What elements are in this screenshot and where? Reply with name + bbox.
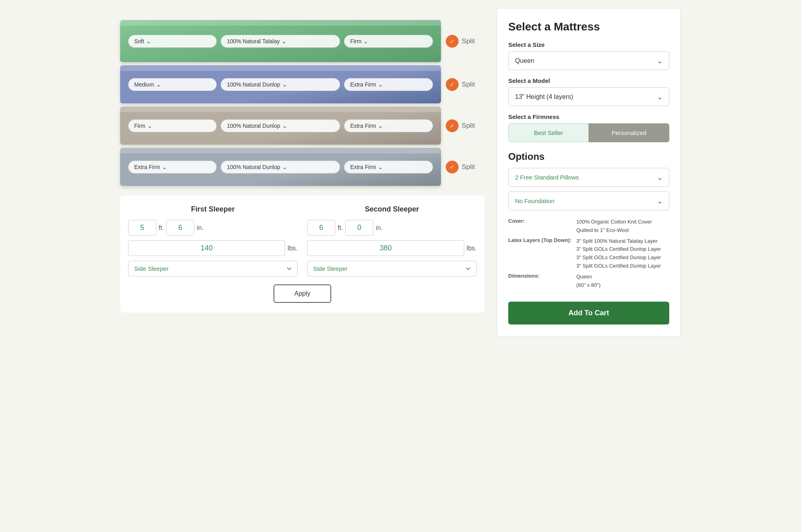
apply-button[interactable]: Apply xyxy=(274,284,331,303)
layer-2-firmness2-label: Extra Firm xyxy=(350,81,376,88)
size-select[interactable]: Queen Twin Twin XL Full King Cal King xyxy=(508,51,669,70)
sleeper-section: First Sleeper ft. in. lbs. Side Sleeper … xyxy=(120,195,485,312)
layer-3-firmness1-dropdown[interactable]: Firm ⌄ xyxy=(128,119,217,132)
layer-1-material-label: 100% Natural Talalay xyxy=(227,38,280,44)
foundation-select[interactable]: No Foundation Foundation Included Adjust… xyxy=(508,191,669,210)
layer-3-firmness1-chevron: ⌄ xyxy=(147,123,152,129)
layer-4-firmness2-label: Extra Firm xyxy=(350,164,376,170)
layer-1-check-icon: ✓ xyxy=(446,35,459,48)
dimensions-key: Dimensions: xyxy=(508,272,576,291)
layer-2-firmness1-dropdown[interactable]: Medium ⌄ xyxy=(128,78,217,91)
first-sleeper-position-select[interactable]: Side Sleeper Back Sleeper Stomach Sleepe… xyxy=(128,261,298,276)
options-title: Options xyxy=(508,151,669,162)
layer-4-firmness1-dropdown[interactable]: Extra Firm ⌄ xyxy=(128,161,217,173)
cover-key: Cover: xyxy=(508,217,576,236)
second-sleeper-height-ft[interactable] xyxy=(307,220,335,236)
layer-4-material-label: 100% Natural Dunlop xyxy=(227,164,280,170)
layer-4-firmness2-chevron: ⌄ xyxy=(378,164,383,170)
add-to-cart-button[interactable]: Add To Cart xyxy=(508,302,669,324)
details-table: Cover: 100% Organic Cotton Knit Cover Qu… xyxy=(508,217,669,290)
cover-value: 100% Organic Cotton Knit Cover Quilted t… xyxy=(576,217,669,236)
size-label: Select a Size xyxy=(508,41,669,48)
layer-2-row: Medium ⌄ 100% Natural Dunlop ⌄ Extra Fir… xyxy=(120,65,485,103)
layer-4-firmness1-chevron: ⌄ xyxy=(162,164,167,170)
layer-detail-1: 3" Split 100% Natural Talalay Layer xyxy=(576,237,667,246)
layer-3-firmness1-label: Firm xyxy=(134,123,145,129)
layer-detail-3: 3" Split GOLs Certified Dunlop Layer xyxy=(576,254,667,262)
layer-3-material-label: 100% Natural Dunlop xyxy=(227,123,280,129)
layer-detail-2: 3" Split GOLs Certified Dunlop Layer xyxy=(576,245,667,254)
second-sleeper-weight-row: lbs. xyxy=(307,240,477,256)
layer-2-block: Medium ⌄ 100% Natural Dunlop ⌄ Extra Fir… xyxy=(120,65,441,103)
first-sleeper-title: First Sleeper xyxy=(128,205,298,214)
layer-2-split: ✓ Split xyxy=(446,78,475,91)
layer-1-firmness2-chevron: ⌄ xyxy=(363,38,368,44)
layer-3-row: Firm ⌄ 100% Natural Dunlop ⌄ Extra Firm … xyxy=(120,107,485,145)
first-sleeper-ft-label: ft. xyxy=(159,224,164,232)
firmness-label: Select a Firmness xyxy=(508,113,669,120)
layer-4-split: ✓ Split xyxy=(446,161,475,173)
layer-4-firmness1-label: Extra Firm xyxy=(134,164,160,170)
layer-1-firmness1-dropdown[interactable]: Soft ⌄ xyxy=(128,35,217,48)
layer-1-firmness2-label: Firm xyxy=(350,38,361,44)
layer-4-material-dropdown[interactable]: 100% Natural Dunlop ⌄ xyxy=(221,161,340,173)
panel-title: Select a Mattress xyxy=(508,20,669,33)
pillows-select[interactable]: 2 Free Standard Pillows No Pillows 2 Pre… xyxy=(508,168,669,187)
layer-2-firmness2-dropdown[interactable]: Extra Firm ⌄ xyxy=(344,78,433,91)
layer-2-firmness1-label: Medium xyxy=(134,81,154,88)
second-sleeper-title: Second Sleeper xyxy=(307,205,477,214)
layer-1-material-chevron: ⌄ xyxy=(282,38,286,44)
best-seller-button[interactable]: Best Seller xyxy=(508,123,589,142)
first-sleeper-col: First Sleeper ft. in. lbs. Side Sleeper … xyxy=(128,205,298,276)
layer-2-firmness2-chevron: ⌄ xyxy=(378,81,383,88)
first-sleeper-height-ft[interactable] xyxy=(128,220,156,236)
layer-1-firmness1-label: Soft xyxy=(134,38,144,44)
second-sleeper-ft-label: ft. xyxy=(338,224,343,232)
layer-3-firmness2-dropdown[interactable]: Extra Firm ⌄ xyxy=(344,119,433,132)
personalized-button[interactable]: Personalized xyxy=(589,123,669,142)
first-sleeper-height-row: ft. in. xyxy=(128,220,298,236)
second-sleeper-col: Second Sleeper ft. in. lbs. Side Sleeper… xyxy=(307,205,477,276)
layer-detail-4: 3" Split GOLs Certified Dunlop Layer xyxy=(576,262,667,270)
layer-2-split-label: Split xyxy=(462,81,475,89)
second-sleeper-weight[interactable] xyxy=(307,240,464,256)
layer-4-row: Extra Firm ⌄ 100% Natural Dunlop ⌄ Extra… xyxy=(120,148,485,186)
layer-2-check-icon: ✓ xyxy=(446,78,459,91)
model-select-row: 13" Height (4 layers) 10" Height (3 laye… xyxy=(508,87,669,106)
model-select[interactable]: 13" Height (4 layers) 10" Height (3 laye… xyxy=(508,87,669,106)
right-panel: Select a Mattress Select a Size Queen Tw… xyxy=(497,8,681,337)
layer-1-split-label: Split xyxy=(462,37,475,45)
layer-2-firmness1-chevron: ⌄ xyxy=(156,81,161,88)
mattress-visual: Soft ⌄ 100% Natural Talalay ⌄ Firm ⌄ xyxy=(120,8,485,189)
layer-3-check-icon: ✓ xyxy=(446,119,459,132)
best-seller-label: Best Seller xyxy=(534,129,563,136)
layer-2-material-chevron: ⌄ xyxy=(282,81,287,88)
pillows-option-row: 2 Free Standard Pillows No Pillows 2 Pre… xyxy=(508,168,669,187)
first-sleeper-weight[interactable] xyxy=(128,240,285,256)
layer-3-material-dropdown[interactable]: 100% Natural Dunlop ⌄ xyxy=(221,119,340,132)
firmness-row: Best Seller Personalized xyxy=(508,123,669,142)
layer-3-split: ✓ Split xyxy=(446,119,475,132)
second-sleeper-in-label: in. xyxy=(376,224,382,232)
layer-4-material-chevron: ⌄ xyxy=(282,164,287,170)
layer-1-material-dropdown[interactable]: 100% Natural Talalay ⌄ xyxy=(221,35,340,48)
layer-3-firmness2-chevron: ⌄ xyxy=(378,123,383,129)
first-sleeper-in-label: in. xyxy=(197,224,203,232)
first-sleeper-lbs-label: lbs. xyxy=(288,245,298,252)
first-sleeper-height-in[interactable] xyxy=(166,220,194,236)
second-sleeper-position-select[interactable]: Side Sleeper Back Sleeper Stomach Sleepe… xyxy=(307,261,477,276)
personalized-label: Personalized xyxy=(612,129,646,136)
second-sleeper-height-in[interactable] xyxy=(345,220,373,236)
layer-3-firmness2-label: Extra Firm xyxy=(350,123,376,129)
layer-2-material-dropdown[interactable]: 100% Natural Dunlop ⌄ xyxy=(221,78,340,91)
layer-3-split-label: Split xyxy=(462,122,475,130)
layer-1-block: Soft ⌄ 100% Natural Talalay ⌄ Firm ⌄ xyxy=(120,20,441,62)
layers-key: Latex Layers (Top Down): xyxy=(508,236,576,272)
layer-2-material-label: 100% Natural Dunlop xyxy=(227,81,280,88)
layer-1-firmness2-dropdown[interactable]: Firm ⌄ xyxy=(344,35,433,48)
layer-1-split: ✓ Split xyxy=(446,35,475,48)
second-sleeper-lbs-label: lbs. xyxy=(467,245,477,252)
layer-4-check-icon: ✓ xyxy=(446,161,459,173)
model-label: Select a Model xyxy=(508,77,669,84)
layer-4-firmness2-dropdown[interactable]: Extra Firm ⌄ xyxy=(344,161,433,173)
